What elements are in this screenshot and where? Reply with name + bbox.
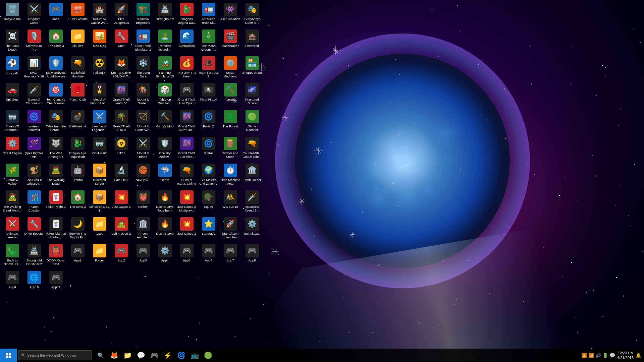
desktop-icon-37[interactable]: 🚗Spintires — [1, 82, 23, 109]
action-center-icon[interactable]: 🔔 — [636, 353, 641, 358]
battery-icon[interactable]: 🔋 — [602, 353, 608, 358]
search-bar[interactable]: 🔍 Search the web and Windows — [18, 350, 92, 360]
desktop-icon-18[interactable]: 🔧Rust — [110, 28, 132, 55]
desktop-icon-85[interactable]: 🧟The Walking Dead Mich... — [1, 189, 23, 216]
desktop-icon-15[interactable]: 🏠The Sims 4 — [45, 28, 67, 55]
desktop-icon-19[interactable]: 🚛Euro Truck Simulator 2 — [132, 28, 154, 55]
desktop-icon-66[interactable]: ☣️H1Z1 — [110, 135, 132, 162]
message-icon[interactable]: 💬 — [609, 353, 615, 358]
desktop-icon-118[interactable]: 🎮App6 — [198, 243, 219, 269]
desktop-icon-84[interactable]: 🏛️Tomb Raider — [241, 162, 263, 189]
desktop-icon-111[interactable]: 👹DOOM Open Beta — [45, 243, 67, 269]
desktop-icon-103[interactable]: 🏛️Prison Architect — [132, 216, 154, 243]
taskbar-app-explorer[interactable]: 📁 — [121, 349, 133, 361]
desktop-icon-82[interactable]: 🌍Sid Meier's Civilization V — [198, 162, 219, 189]
desktop-icon-91[interactable]: 👹Nether — [132, 189, 154, 216]
desktop-icon-110[interactable]: 🏯Stronghold Crusader 2 — [23, 243, 45, 269]
desktop-icon-68[interactable]: 🛡️Chivalry Mediev... — [154, 135, 176, 162]
desktop-icon-79[interactable]: 🏀NBA 2K16 — [132, 162, 154, 189]
desktop-icon-1[interactable]: 🗑️Recycle Bin — [1, 1, 23, 28]
desktop-icon-73[interactable]: 🌾Stardew Valley — [1, 162, 23, 189]
desktop-icon-77[interactable]: 📦Minecraft Server — [89, 162, 110, 189]
start-button[interactable] — [0, 349, 17, 362]
desktop-icon-34[interactable]: 🎩Team Fortress 2 — [198, 55, 219, 82]
taskbar-app-cortana[interactable]: 🔍 — [95, 349, 107, 361]
desktop-icon-23[interactable]: 🎬Handbrake* — [219, 28, 241, 55]
desktop-icon-2[interactable]: ⚔️Kingdom Come — [23, 1, 45, 28]
desktop-icon-35[interactable]: ⚙️Scrap Mechanic — [219, 55, 241, 82]
desktop-icon-29[interactable]: ☢️Fallout 4 — [89, 55, 110, 82]
desktop-icon-113[interactable]: 📁Folder — [89, 243, 110, 269]
network-icon[interactable]: 📶 — [588, 353, 594, 358]
desktop-icon-33[interactable]: 💰'PAYDAY The Heist — [176, 55, 198, 82]
desktop-icon-114[interactable]: 🎮App2 — [110, 243, 132, 269]
desktop-icon-108[interactable]: ⚙️TechnicLa... — [241, 216, 263, 243]
desktop-icon-116[interactable]: ⚙️App4 — [154, 243, 176, 269]
desktop-icon-102[interactable]: 🧟Left 4 Dead 2 — [110, 216, 132, 243]
taskbar-app-nvidia[interactable]: ⚡ — [162, 349, 174, 361]
taskbar-app-unknown2[interactable]: 📺 — [189, 349, 201, 361]
desktop-icon-100[interactable]: 🌙Survive The Nights Pr... — [67, 216, 89, 243]
desktop-icon-26[interactable]: 📊EVGA PrecisionX 16 — [23, 55, 45, 82]
desktop-icon-81[interactable]: 🔫Guns of Icarus Online — [176, 162, 198, 189]
desktop-icon-7[interactable]: 🏗️Medieval Engineers — [132, 1, 154, 28]
desktop-icon-57[interactable]: 🌆Grand Theft Auto San... — [176, 109, 198, 135]
desktop-icon-4[interactable]: 🧱LEGO Worlds — [67, 1, 89, 28]
desktop-icon-93[interactable]: 💥Just Cause 2 Multiplay... — [176, 189, 198, 216]
desktop-icon-123[interactable]: 🎮App11 — [45, 269, 67, 296]
desktop-icon-115[interactable]: 🎮App3 — [132, 243, 154, 269]
desktop-icon-3[interactable]: 🎮aaaa — [45, 1, 67, 28]
desktop-icon-55[interactable]: 🏹Mount & Blade Wi... — [132, 109, 154, 135]
desktop-icon-49[interactable]: 🥽SteamVR Performan... — [1, 109, 23, 135]
desktop-icon-64[interactable]: 🐉Dragon Age Inquisition — [67, 135, 89, 162]
desktop-icon-43[interactable]: 🏇Mount & Blade... — [132, 82, 154, 109]
desktop-icon-58[interactable]: 🌀Portal 2 — [198, 109, 219, 135]
desktop-icon-27[interactable]: 🛡️Malwarebytes Anti-Malware — [45, 55, 67, 82]
desktop-icon-69[interactable]: 🌆Grand Theft Auto Vice... — [176, 135, 198, 162]
desktop-icon-12[interactable]: 🎭Everybodys Gone to... — [241, 1, 263, 28]
desktop-icon-74[interactable]: 🐒ENSLAVED Odyssey... — [23, 162, 45, 189]
desktop-icon-56[interactable]: 🔨Garry's Mod — [154, 109, 176, 135]
desktop-icon-39[interactable]: 🎯Tom Clancy's The Division — [45, 82, 67, 109]
desktop-icon-62[interactable]: 🪄Spell Fighter VR — [23, 135, 45, 162]
desktop-icon-21[interactable]: 🌊Subnautica — [176, 28, 198, 55]
desktop-icon-61[interactable]: ⚙️Cheat Engine — [1, 135, 23, 162]
desktop-icon-5[interactable]: 🏰Return to Castle Wo... — [89, 1, 110, 28]
desktop-icon-53[interactable]: ⚔️League of Legends... — [89, 109, 110, 135]
taskbar-app-steam[interactable]: 🎮 — [148, 349, 160, 361]
desktop-icon-97[interactable]: ⚔️Ultimate Arena — [1, 216, 23, 243]
desktop-icon-104[interactable]: 🔥Don't Starve — [154, 216, 176, 243]
desktop-icon-63[interactable]: 🐺The Wolf Among Us — [45, 135, 67, 162]
taskbar-app-unknown1[interactable]: 🌀 — [175, 349, 187, 361]
desktop-icon-65[interactable]: 🥽Oculus rift — [89, 135, 110, 162]
desktop-icon-30[interactable]: 🦊METAL GEAR SOLID V T... — [110, 55, 132, 82]
desktop-icon-106[interactable]: ⭐StarMade — [198, 216, 219, 243]
desktop-icon-71[interactable]: 🪵Timber and Stone — [219, 135, 241, 162]
desktop-icon-92[interactable]: 🔥Don't Starve Together... — [154, 189, 176, 216]
desktop-icon-11[interactable]: 👾Alien Isolation — [219, 1, 241, 28]
desktop-icon-117[interactable]: 🎮App5 — [176, 243, 198, 269]
desktop-icon-44[interactable]: 🎲Tabletop Simulator — [154, 82, 176, 109]
desktop-icon-13[interactable]: ☠️The Black Death — [1, 28, 23, 55]
desktop-icon-112[interactable]: 🎮App1 — [67, 243, 89, 269]
desktop-icon-95[interactable]: 🤼WWE2K15 — [219, 189, 241, 216]
desktop-icon-96[interactable]: 🗡️Assassins Creed S... — [241, 189, 263, 216]
desktop-icon-121[interactable]: 🎮App9 — [1, 269, 23, 296]
desktop-icon-90[interactable]: 💥Just Cause 3 — [110, 189, 132, 216]
desktop-icon-120[interactable]: 🎮App8 — [241, 243, 263, 269]
desktop-icon-59[interactable]: 🌲The Forest — [219, 109, 241, 135]
desktop-icon-36[interactable]: 🏪Shoppe Keep — [241, 55, 263, 82]
desktop-icon-86[interactable]: 🎢Planet Coaster — [23, 189, 45, 216]
desktop-icon-80[interactable]: 🦈Depth — [154, 162, 176, 189]
desktop-icon-88[interactable]: 🏠The Sims 3 — [67, 189, 89, 216]
volume-icon[interactable]: 🔊 — [595, 353, 601, 358]
desktop-icon-28[interactable]: 🔫Battlefield Hardline — [67, 55, 89, 82]
desktop-icon-47[interactable]: ⛏️Terraria — [219, 82, 241, 109]
desktop-icon-87[interactable]: 🃏Poker Night 2 — [45, 189, 67, 216]
desktop-icon-109[interactable]: 🦕Back to Dinosaur I... — [1, 243, 23, 269]
desktop-icon-67[interactable]: ⚔️Mount & Blade — [132, 135, 154, 162]
desktop-icon-46[interactable]: 🏴‍☠️Pixel Piracy — [198, 82, 219, 109]
desktop-icon-48[interactable]: 🌌Fractured Space — [241, 82, 263, 109]
taskbar-app-unknown3[interactable]: 🟢 — [202, 349, 214, 361]
desktop-icon-83[interactable]: ⏱️Time Machine VR... — [219, 162, 241, 189]
